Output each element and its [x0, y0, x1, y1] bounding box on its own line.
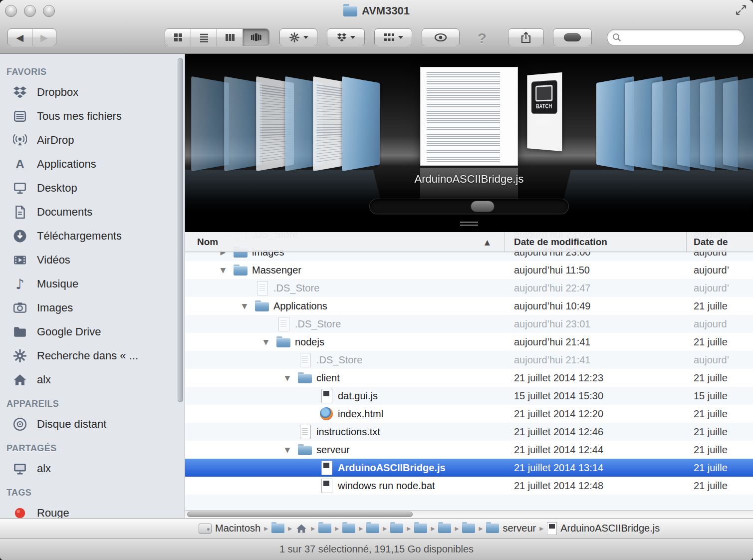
table-row[interactable]: windows run node.bat 21 juillet 2014 12:… [185, 477, 753, 495]
column-header-name[interactable]: Nom [197, 232, 218, 252]
action-menu-button[interactable] [279, 28, 317, 46]
forward-button[interactable]: ▶ [32, 29, 56, 46]
path-item-folder[interactable] [271, 524, 284, 533]
dropbox-menu-button[interactable] [327, 28, 365, 46]
icon-view-button[interactable] [165, 29, 191, 46]
date-secondary: 21 juille [694, 426, 728, 438]
share-button[interactable] [508, 28, 544, 46]
coverflow-selected-filename: ArduinoASCIIBridge.js [185, 173, 753, 186]
table-row[interactable]: .DS_Store aujourd’hui 21:41 aujourd’ [185, 351, 753, 369]
table-row-selected[interactable]: ArduinoASCIIBridge.js 21 juillet 2014 13… [185, 459, 753, 477]
table-row[interactable]: Massenger aujourd’hui 11:50 aujourd’ [185, 261, 753, 279]
sidebar-item-downloads[interactable]: Téléchargements [0, 224, 185, 248]
table-row[interactable]: nodejs aujourd’hui 21:41 21 juille [185, 333, 753, 351]
path-item-serveur[interactable]: serveur [486, 523, 536, 534]
coverflow-folder-thumb[interactable] [191, 76, 229, 171]
coverflow-batch-thumb[interactable]: BATCH BATCH [527, 72, 562, 151]
path-item-label: Macintosh [215, 523, 260, 534]
title-bar[interactable]: AVM3301 [0, 0, 753, 22]
fullscreen-button[interactable] [735, 4, 747, 18]
coverflow-browser[interactable]: BATCH BATCH ArduinoASCIIBridge.js [185, 54, 753, 232]
path-separator: ▸ [264, 524, 268, 533]
coverflow-folder-thumb[interactable] [723, 76, 753, 171]
back-button[interactable]: ◀ [8, 29, 32, 46]
all-my-files-icon [13, 109, 27, 123]
nav-buttons: ◀ ▶ [7, 28, 56, 46]
path-item-folder[interactable] [318, 524, 331, 533]
table-row[interactable]: instructions.txt 21 juillet 2014 12:46 2… [185, 423, 753, 441]
file-name: .DS_Store [295, 318, 341, 330]
dropbox-icon [13, 85, 27, 99]
sidebar-item-tag-rouge[interactable]: Rouge [0, 501, 185, 518]
table-row[interactable]: dat.gui.js 15 juillet 2014 15:30 15 juil… [185, 387, 753, 405]
path-item-folder[interactable] [390, 524, 403, 533]
column-header-date-modified[interactable]: Date de modification [514, 232, 607, 252]
list-header: Nom ▲ Date de modification Date de [185, 232, 753, 252]
svg-text:A: A [15, 158, 24, 171]
column-view-button[interactable] [217, 29, 243, 46]
table-row[interactable]: client 21 juillet 2014 12:23 21 juille [185, 369, 753, 387]
quicklook-button[interactable] [422, 28, 460, 46]
sidebar-item-images[interactable]: Images [0, 296, 185, 320]
disclosure-triangle[interactable] [256, 338, 276, 346]
table-row[interactable]: Applications aujourd’hui 10:49 21 juille [185, 297, 753, 315]
search-input[interactable] [621, 30, 744, 44]
gear-icon [13, 349, 27, 363]
path-item-folder[interactable] [462, 524, 475, 533]
path-item-file[interactable]: ArduinoASCIIBridge.js [547, 522, 660, 535]
sidebar-item-google-drive[interactable]: Google Drive [0, 320, 185, 344]
sidebar-item-documents[interactable]: Documents [0, 200, 185, 224]
search-field[interactable] [607, 29, 745, 46]
search-icon [612, 33, 621, 42]
help-button[interactable]: ? [473, 30, 491, 47]
sidebar-item-dropbox[interactable]: Dropbox [0, 80, 185, 104]
sidebar-item-remote-disc[interactable]: Disque distant [0, 412, 185, 436]
table-row[interactable]: .DS_Store aujourd’hui 22:47 aujourd’ [185, 279, 753, 297]
proxy-folder-icon[interactable] [343, 6, 357, 16]
coverflow-resize-handle[interactable] [185, 222, 753, 226]
sidebar-item-videos[interactable]: Vidéos [0, 248, 185, 272]
arrange-menu-button[interactable] [374, 28, 412, 46]
toolbar-toggle-button[interactable] [553, 28, 592, 46]
path-item-disk[interactable]: Macintosh [199, 523, 260, 534]
sidebar-item-smart-search[interactable]: Recherche dans « ... [0, 344, 185, 368]
horizontal-scrollbar[interactable] [185, 510, 753, 518]
sidebar-item-airdrop[interactable]: AirDrop [0, 128, 185, 152]
finder-window: AVM3301 ◀ ▶ [0, 0, 753, 560]
sidebar-item-shared-alx[interactable]: alx [0, 457, 185, 481]
path-item-home[interactable] [295, 523, 307, 534]
sidebar-item-all-my-files[interactable]: Tous mes fichiers [0, 104, 185, 128]
disclosure-triangle[interactable] [213, 266, 233, 274]
path-item-folder[interactable] [414, 524, 427, 533]
path-item-folder[interactable] [438, 524, 451, 533]
disclosure-triangle[interactable] [235, 302, 254, 310]
coverflow-scrubber[interactable] [369, 199, 569, 214]
table-row[interactable]: serveur 21 juillet 2014 12:44 21 juille [185, 441, 753, 459]
sort-ascending-icon[interactable]: ▲ [485, 232, 490, 252]
date-modified: aujourd’hui 21:41 [514, 354, 590, 366]
sidebar-item-music[interactable]: ♪ Musique [0, 272, 185, 296]
coverflow-selected-preview[interactable] [420, 67, 518, 166]
sidebar-item-home-alx[interactable]: alx [0, 368, 185, 392]
coverflow-folder-thumb[interactable] [342, 76, 380, 171]
disclosure-triangle[interactable] [277, 446, 297, 454]
path-item-folder[interactable] [342, 524, 355, 533]
date-modified: aujourd’hui 22:47 [514, 282, 590, 294]
column-header-date2[interactable]: Date de [694, 232, 728, 252]
sidebar-scrollbar[interactable] [178, 58, 183, 402]
scrubber-thumb[interactable] [471, 201, 495, 212]
horizontal-scrollbar-thumb[interactable] [187, 512, 413, 517]
table-row[interactable]: index.html 21 juillet 2014 12:20 21 juil… [185, 405, 753, 423]
disclosure-triangle[interactable] [277, 374, 297, 382]
path-item-folder[interactable] [366, 524, 379, 533]
sidebar-item-applications[interactable]: A Applications [0, 152, 185, 176]
column-divider[interactable] [504, 232, 504, 252]
coverflow-view-button[interactable] [243, 29, 269, 46]
column-divider[interactable] [686, 232, 687, 252]
code-preview-lines [427, 72, 500, 162]
sidebar-item-desktop[interactable]: Desktop [0, 176, 185, 200]
list-view-button[interactable] [191, 29, 217, 46]
status-bar: 1 sur 37 sélectionné, 191,15 Go disponib… [0, 538, 753, 560]
table-row[interactable]: .DS_Store aujourd’hui 23:01 aujourd [185, 315, 753, 333]
sidebar-item-label: Disque distant [37, 418, 106, 431]
